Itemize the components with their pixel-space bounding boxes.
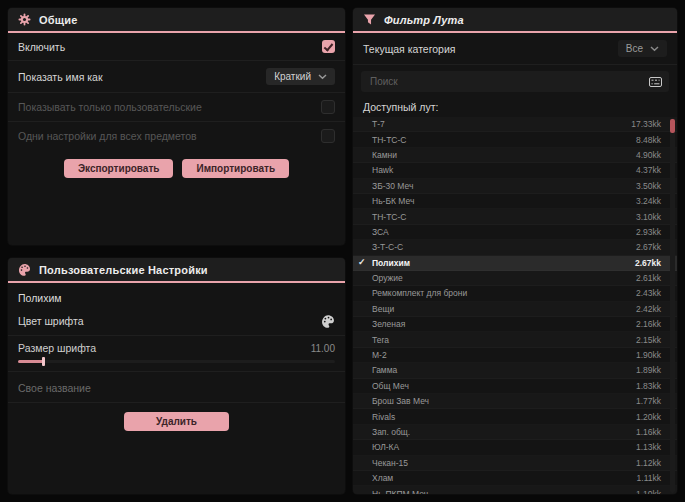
loot-item-name: ТН-ТС-С [372, 212, 406, 222]
category-value: Все [626, 43, 643, 54]
enable-checkbox[interactable] [322, 40, 335, 53]
general-panel-title: Общие [39, 14, 78, 26]
loot-item-value: 2.67kk [635, 258, 661, 268]
loot-list-item[interactable]: Полихим 2.67kk [353, 256, 677, 271]
export-button[interactable]: Экспортировать [64, 159, 174, 178]
same-settings-row: Одни настройки для всех предметов [8, 122, 345, 150]
show-name-row: Показать имя как Краткий [8, 61, 345, 93]
loot-list-item[interactable]: Нь-ПКПМ Меч 1.10kk [353, 486, 677, 494]
loot-list-item[interactable]: Тега 2.15kk [353, 332, 677, 347]
loot-item-name: Зеленая [372, 319, 405, 329]
scrollbar-handle[interactable] [670, 119, 675, 133]
loot-list-item[interactable]: ЗСА 2.93kk [353, 225, 677, 240]
loot-item-value: 3.50kk [636, 181, 661, 191]
enable-row: Включить [8, 33, 345, 61]
loot-list-item[interactable]: Брош Зав Меч 1.77kk [353, 394, 677, 409]
selected-item-name: Полихим [8, 283, 345, 307]
loot-item-value: 4.37kk [636, 165, 661, 175]
loot-item-name: ЗБ-30 Меч [372, 181, 413, 191]
loot-item-name: ТН-ТС-С [372, 135, 406, 145]
loot-item-name: Полихим [372, 258, 410, 268]
loot-list-item[interactable]: Хлам 1.11kk [353, 471, 677, 486]
custom-name-row [8, 372, 345, 403]
loot-item-name: Т-7 [372, 119, 385, 129]
loot-item-value: 2.67kk [636, 242, 661, 252]
scrollbar[interactable] [670, 118, 675, 493]
custom-settings-panel: Пользовательские Настройки Полихим Цвет … [8, 258, 345, 494]
loot-list: Т-7 17.33kk ТН-ТС-С 8.48kk Камни 4.90kk … [353, 117, 677, 494]
loot-filter-header: Фильтр Лута [353, 8, 677, 33]
loot-item-value: 2.61kk [636, 273, 661, 283]
delete-button[interactable]: Удалить [124, 412, 229, 431]
enable-label: Включить [18, 41, 65, 53]
export-import-row: Экспортировать Импортировать [8, 150, 345, 187]
only-custom-checkbox[interactable] [321, 100, 335, 114]
loot-item-name: Ремкомплект для брони [372, 288, 467, 298]
loot-item-name: Оружие [372, 273, 403, 283]
loot-list-item[interactable]: З-Т-С-С 2.67kk [353, 240, 677, 255]
loot-item-name: Тега [372, 335, 389, 345]
category-row: Текущая категория Все [353, 33, 677, 65]
available-loot-label: Доступный лут: [353, 94, 677, 117]
custom-settings-title: Пользовательские Настройки [39, 264, 208, 276]
loot-list-item[interactable]: Т-7 17.33kk [353, 117, 677, 132]
show-name-value: Краткий [274, 71, 311, 82]
loot-item-name: Rivals [372, 412, 395, 422]
category-select[interactable]: Все [618, 40, 667, 57]
loot-list-item[interactable]: Оружие 2.61kk [353, 271, 677, 286]
loot-item-value: 2.16kk [636, 319, 661, 329]
loot-item-name: Брош Зав Меч [372, 396, 429, 406]
loot-list-item[interactable]: Гамма 1.89kk [353, 363, 677, 378]
loot-list-item[interactable]: Камни 4.90kk [353, 148, 677, 163]
delete-row: Удалить [8, 403, 345, 440]
font-size-slider[interactable] [18, 360, 335, 363]
loot-list-item[interactable]: Зеленая 2.16kk [353, 317, 677, 332]
loot-list-item[interactable]: Чекан-15 1.12kk [353, 456, 677, 471]
font-color-row: Цвет шрифта [8, 307, 345, 336]
loot-list-item[interactable]: Вещи 2.42kk [353, 302, 677, 317]
import-button[interactable]: Импортировать [182, 159, 289, 178]
loot-list-item[interactable]: Общ Меч 1.83kk [353, 379, 677, 394]
loot-item-value: 4.90kk [636, 150, 661, 160]
loot-item-value: 3.10kk [636, 212, 661, 222]
loot-list-item[interactable]: Ремкомплект для брони 2.43kk [353, 286, 677, 301]
loot-list-item[interactable]: ТН-ТС-С 3.10kk [353, 209, 677, 224]
chevron-down-icon [650, 46, 659, 52]
loot-item-name: ЗСА [372, 227, 389, 237]
loot-item-value: 1.13kk [636, 442, 661, 452]
loot-list-item[interactable]: М-2 1.90kk [353, 348, 677, 363]
slider-handle[interactable] [42, 357, 45, 366]
loot-item-name: Камни [372, 150, 397, 160]
search-input[interactable] [368, 75, 649, 88]
loot-list-item[interactable]: Hawk 4.37kk [353, 163, 677, 178]
palette-icon [18, 263, 31, 276]
loot-list-item[interactable]: Зап. общ. 1.16kk [353, 425, 677, 440]
show-name-select[interactable]: Краткий [266, 68, 335, 85]
font-size-row: Размер шрифта 11.00 [8, 336, 345, 372]
custom-name-input[interactable] [18, 380, 335, 396]
loot-list-item[interactable]: ЮЛ-КА 1.13kk [353, 440, 677, 455]
loot-item-value: 1.16kk [636, 427, 661, 437]
funnel-icon [363, 13, 376, 26]
color-picker-icon[interactable] [321, 314, 335, 328]
general-panel: Общие Включить Показать имя как Краткий … [8, 8, 345, 245]
loot-item-value: 1.12kk [636, 458, 661, 468]
loot-item-value: 2.42kk [636, 304, 661, 314]
loot-list-item[interactable]: Нь-БК Меч 3.24kk [353, 194, 677, 209]
search-options-icon[interactable] [649, 77, 662, 87]
loot-item-value: 1.83kk [636, 381, 661, 391]
loot-item-name: З-Т-С-С [372, 242, 403, 252]
loot-item-name: Нь-ПКПМ Меч [372, 489, 428, 494]
gear-icon [18, 13, 31, 26]
same-settings-checkbox[interactable] [321, 129, 335, 143]
loot-item-name: Общ Меч [372, 381, 409, 391]
loot-list-item[interactable]: ТН-ТС-С 8.48kk [353, 132, 677, 147]
loot-list-item[interactable]: ЗБ-30 Меч 3.50kk [353, 179, 677, 194]
general-panel-header: Общие [8, 8, 345, 33]
loot-item-name: М-2 [372, 350, 387, 360]
category-label: Текущая категория [363, 43, 456, 55]
loot-list-item[interactable]: Rivals 1.20kk [353, 409, 677, 424]
chevron-down-icon [318, 74, 327, 80]
loot-filter-panel: Фильтр Лута Текущая категория Все Доступ… [353, 8, 677, 494]
loot-item-value: 8.48kk [636, 135, 661, 145]
